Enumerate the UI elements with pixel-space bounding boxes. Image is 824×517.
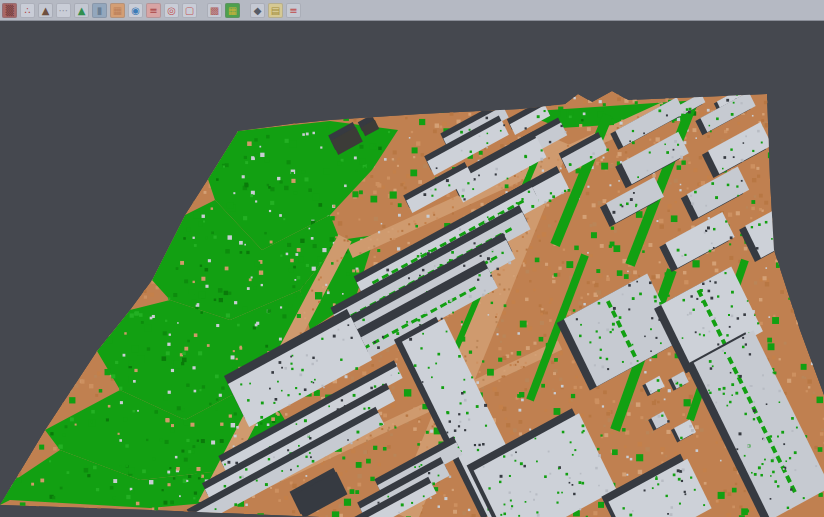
- toolbar: ▒∴▲⋯▲▮▦◉≡◎▢▩▦◆▤≡: [0, 0, 824, 21]
- panel-blue-icon[interactable]: ▮: [92, 3, 107, 18]
- orthophoto-icon[interactable]: ▦: [110, 3, 125, 18]
- point-cloud-scene[interactable]: [0, 22, 824, 517]
- strips-red-icon[interactable]: ≡: [286, 3, 301, 18]
- crop-icon[interactable]: ▩: [207, 3, 222, 18]
- 3d-viewport[interactable]: [0, 22, 824, 517]
- points-sparse-icon[interactable]: ⋯: [56, 3, 71, 18]
- points-multicolor-icon[interactable]: ∴: [20, 3, 35, 18]
- mesh-icon[interactable]: ◆: [250, 3, 265, 18]
- terrain-green-icon[interactable]: ▲: [74, 3, 89, 18]
- globe-icon[interactable]: ◉: [128, 3, 143, 18]
- profile-lines-icon[interactable]: ≡: [146, 3, 161, 18]
- point-cloud-red-icon[interactable]: ▒: [2, 3, 17, 18]
- labels-icon[interactable]: ▤: [268, 3, 283, 18]
- marquee-select-icon[interactable]: ▢: [182, 3, 197, 18]
- classification-icon[interactable]: ▦: [225, 3, 240, 18]
- terrain-brown-icon[interactable]: ▲: [38, 3, 53, 18]
- circle-select-icon[interactable]: ◎: [164, 3, 179, 18]
